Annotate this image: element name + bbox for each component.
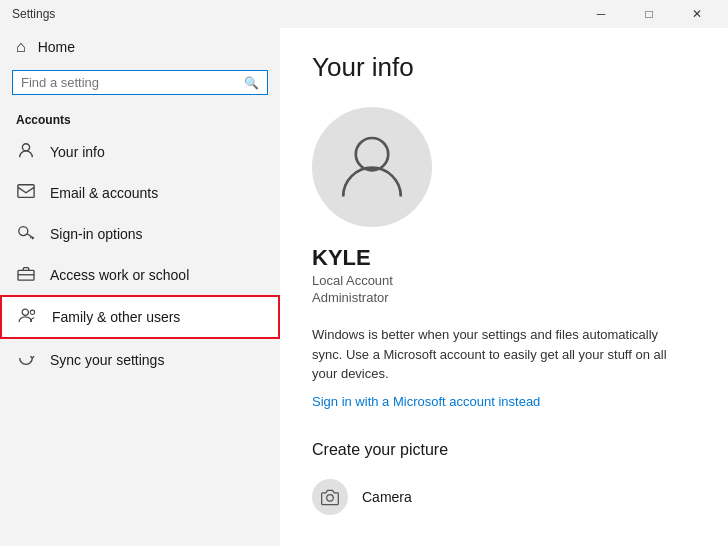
camera-icon — [312, 479, 348, 515]
svg-point-7 — [327, 494, 334, 501]
sidebar-item-email-accounts[interactable]: Email & accounts — [0, 173, 280, 213]
key-icon — [16, 223, 36, 245]
sidebar-item-label: Sync your settings — [50, 352, 164, 368]
person-icon — [16, 141, 36, 163]
close-button[interactable]: ✕ — [674, 0, 720, 28]
home-icon: ⌂ — [16, 38, 26, 56]
microsoft-account-link[interactable]: Sign in with a Microsoft account instead — [312, 394, 540, 409]
sidebar-item-access-work[interactable]: Access work or school — [0, 255, 280, 295]
restore-button[interactable]: □ — [626, 0, 672, 28]
svg-point-0 — [22, 144, 29, 151]
svg-point-2 — [19, 227, 28, 236]
info-text: Windows is better when your settings and… — [312, 325, 692, 384]
sidebar-item-label: Access work or school — [50, 267, 189, 283]
user-type: Administrator — [312, 290, 696, 305]
sidebar-item-home[interactable]: ⌂ Home — [0, 28, 280, 66]
avatar — [312, 107, 432, 227]
svg-rect-1 — [18, 185, 34, 198]
sidebar-item-family-users[interactable]: Family & other users — [0, 295, 280, 339]
search-icon: 🔍 — [244, 76, 259, 90]
svg-point-4 — [22, 309, 28, 315]
svg-point-6 — [356, 138, 388, 170]
user-name: KYLE — [312, 245, 696, 271]
user-role: Local Account — [312, 273, 696, 288]
minimize-button[interactable]: ─ — [578, 0, 624, 28]
camera-label: Camera — [362, 489, 412, 505]
titlebar: Settings ─ □ ✕ — [0, 0, 728, 28]
accounts-section-label: Accounts — [0, 107, 280, 131]
sidebar-item-sign-in[interactable]: Sign-in options — [0, 213, 280, 255]
sidebar: ⌂ Home 🔍 Accounts Your info — [0, 28, 280, 546]
sync-icon — [16, 349, 36, 371]
sidebar-item-label: Sign-in options — [50, 226, 143, 242]
sidebar-item-label: Family & other users — [52, 309, 180, 325]
sidebar-item-label: Email & accounts — [50, 185, 158, 201]
sidebar-home-label: Home — [38, 39, 75, 55]
titlebar-controls: ─ □ ✕ — [578, 0, 720, 28]
camera-option[interactable]: Camera — [312, 475, 696, 519]
page-title: Your info — [312, 52, 696, 83]
search-box: 🔍 — [12, 70, 268, 95]
briefcase-icon — [16, 265, 36, 285]
avatar-icon — [336, 129, 408, 205]
email-icon — [16, 183, 36, 203]
svg-point-5 — [30, 310, 34, 314]
people-icon — [18, 307, 38, 327]
search-input[interactable] — [21, 75, 238, 90]
titlebar-title: Settings — [12, 7, 55, 21]
create-picture-title: Create your picture — [312, 441, 696, 459]
sidebar-item-label: Your info — [50, 144, 105, 160]
main-content: Your info KYLE Local Account Administrat… — [280, 28, 728, 546]
sidebar-item-sync[interactable]: Sync your settings — [0, 339, 280, 381]
sidebar-item-your-info[interactable]: Your info — [0, 131, 280, 173]
app-body: ⌂ Home 🔍 Accounts Your info — [0, 28, 728, 546]
